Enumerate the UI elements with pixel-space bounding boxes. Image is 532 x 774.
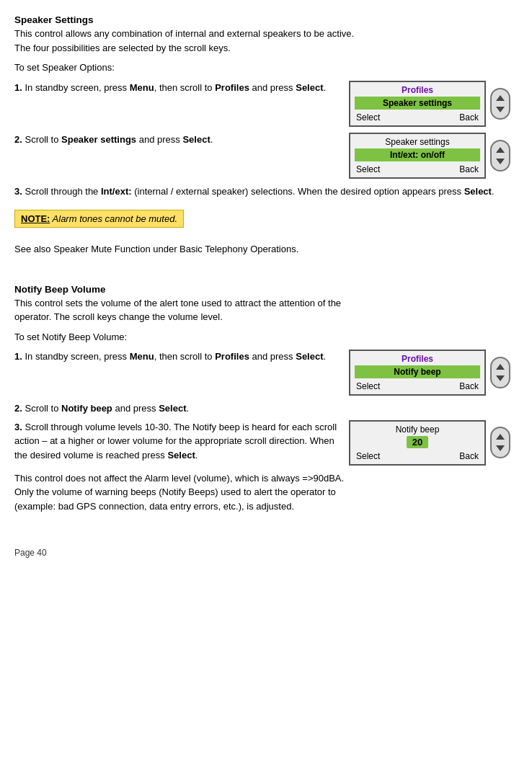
scroll-up-icon-4 xyxy=(496,434,505,440)
speaker-settings-desc: This control allows any combination of i… xyxy=(14,27,510,55)
notify-step3-row: 3. Scroll through volume levels 10-30. T… xyxy=(14,420,510,466)
scroll-button-4[interactable] xyxy=(490,427,510,458)
scroll-button-1[interactable] xyxy=(490,88,510,120)
notify-beep-section: Notify Beep Volume This control sets the… xyxy=(14,284,510,559)
notify-screen2-header: Notify beep xyxy=(355,424,480,435)
notify-screen1: Profiles Notify beep Select Back xyxy=(349,350,486,396)
speaker-step1-row: 1. In standby screen, press Menu, then s… xyxy=(14,81,510,127)
scroll-up-icon xyxy=(496,95,505,101)
notify-step1-widget: Profiles Notify beep Select Back xyxy=(349,350,510,396)
notify-screen1-header: Profiles xyxy=(355,354,480,364)
notify-set-label: To set Notify Beep Volume: xyxy=(14,330,510,344)
page-number: Page 40 xyxy=(14,548,510,558)
speaker-screen1: Profiles Speaker settings Select Back xyxy=(349,81,486,127)
speaker-screen1-header: Profiles xyxy=(355,85,480,95)
speaker-screen2: Speaker settings Int/ext: on/off Select … xyxy=(349,133,486,179)
speaker-step2-text: 2. Scroll to Speaker settings and press … xyxy=(14,133,342,147)
scroll-up-icon-3 xyxy=(496,364,505,370)
speaker-step1-widget: Profiles Speaker settings Select Back xyxy=(349,81,510,127)
scroll-up-icon-2 xyxy=(496,147,505,153)
notify-step2-text: 2. Scroll to Notify beep and press Selec… xyxy=(14,401,510,416)
speaker-screen2-header: Speaker settings xyxy=(355,137,480,147)
notify-step3-text: 3. Scroll through volume levels 10-30. T… xyxy=(14,420,342,463)
notify-screen2-nav: Select Back xyxy=(355,451,480,461)
scroll-down-icon xyxy=(496,107,505,112)
notify-screen2-value-line: 20 xyxy=(355,436,480,448)
speaker-screen1-nav: Select Back xyxy=(355,112,480,123)
speaker-step1-text: 1. In standby screen, press Menu, then s… xyxy=(14,81,342,95)
scroll-down-icon-2 xyxy=(496,159,505,164)
note-label: NOTE: xyxy=(21,213,50,224)
speaker-step3-text: 3. Scroll through the Int/ext: (internal… xyxy=(14,184,510,199)
speaker-settings-title: Speaker Settings xyxy=(14,14,510,25)
speaker-step2-row: 2. Scroll to Speaker settings and press … xyxy=(14,133,510,179)
notify-screen1-nav: Select Back xyxy=(355,381,480,391)
notify-screen2-value: 20 xyxy=(407,436,428,448)
notify-step1-text: 1. In standby screen, press Menu, then s… xyxy=(14,350,342,364)
speaker-screen1-selected: Speaker settings xyxy=(355,97,480,110)
note-text: Alarm tones cannot be muted. xyxy=(50,213,177,224)
speaker-step2-widget: Speaker settings Int/ext: on/off Select … xyxy=(349,133,510,179)
notify-screen2: Notify beep 20 Select Back xyxy=(349,420,486,466)
speaker-settings-section: Speaker Settings This control allows any… xyxy=(14,14,510,284)
speaker-screen2-selected: Int/ext: on/off xyxy=(355,148,480,161)
scroll-button-2[interactable] xyxy=(490,140,510,172)
notify-screen1-selected: Notify beep xyxy=(355,365,480,378)
notify-beep-title: Notify Beep Volume xyxy=(14,284,510,295)
notify-footer: This control does not affect the Alarm l… xyxy=(14,471,510,514)
notify-step1-row: 1. In standby screen, press Menu, then s… xyxy=(14,350,510,396)
speaker-set-label: To set Speaker Options: xyxy=(14,61,510,75)
scroll-down-icon-3 xyxy=(496,375,505,381)
note-box: NOTE: Alarm tones cannot be muted. xyxy=(14,210,184,228)
see-also-text: See also Speaker Mute Function under Bas… xyxy=(14,242,510,257)
speaker-screen2-nav: Select Back xyxy=(355,164,480,174)
scroll-down-icon-4 xyxy=(496,445,505,451)
notify-step3-widget: Notify beep 20 Select Back xyxy=(349,420,510,466)
notify-beep-desc: This control sets the volume of the aler… xyxy=(14,296,510,324)
scroll-button-3[interactable] xyxy=(490,357,510,388)
